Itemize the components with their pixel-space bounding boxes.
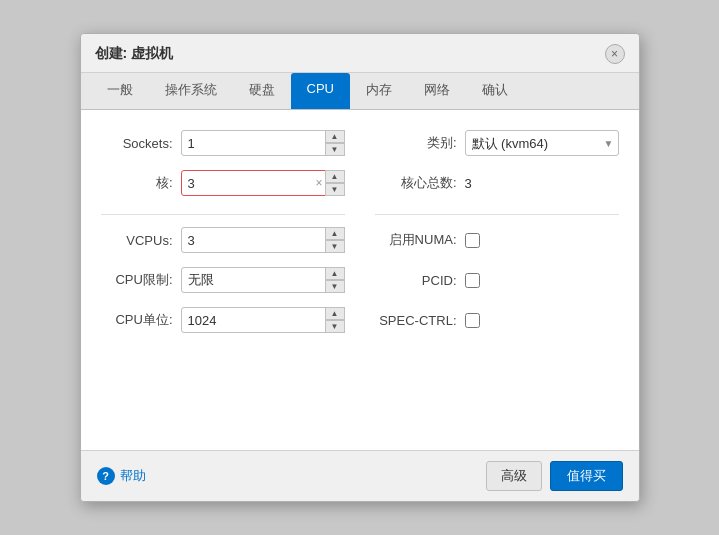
spec-ctrl-row: SPEC-CTRL: xyxy=(375,305,619,335)
vcpus-down[interactable]: ▼ xyxy=(325,240,345,253)
vcpus-row: VCPUs: 3 ▲ ▼ xyxy=(101,225,345,255)
cpu-unit-down[interactable]: ▼ xyxy=(325,320,345,333)
confirm-button[interactable]: 值得买 xyxy=(550,461,623,491)
vcpus-up[interactable]: ▲ xyxy=(325,227,345,240)
form-divider xyxy=(101,214,345,215)
help-label: 帮助 xyxy=(120,467,146,485)
cores-clear[interactable]: × xyxy=(315,176,322,190)
total-cores-row: 核心总数: 3 xyxy=(375,168,619,198)
cores-down[interactable]: ▼ xyxy=(325,183,345,196)
cpu-limit-spinner: ▲ ▼ xyxy=(325,267,345,293)
footer-right: 高级 值得买 xyxy=(486,461,623,491)
cpu-limit-input[interactable]: 无限 xyxy=(181,267,345,293)
dialog-body: Sockets: 1 ▲ ▼ 核: 3 × xyxy=(81,110,639,450)
pcid-checkbox[interactable] xyxy=(465,273,480,288)
numa-checkbox[interactable] xyxy=(465,233,480,248)
cpu-limit-up[interactable]: ▲ xyxy=(325,267,345,280)
advanced-button[interactable]: 高级 xyxy=(486,461,542,491)
sockets-label: Sockets: xyxy=(101,136,181,151)
cpu-limit-row: CPU限制: 无限 ▲ ▼ xyxy=(101,265,345,295)
cores-up[interactable]: ▲ xyxy=(325,170,345,183)
tab-disk[interactable]: 硬盘 xyxy=(233,73,291,109)
cpu-unit-control: 1024 ▲ ▼ xyxy=(181,307,345,333)
right-column: 类别: 默认 (kvm64) ▼ 核心总数: 3 xyxy=(375,128,619,345)
vcpus-control: 3 ▲ ▼ xyxy=(181,227,345,253)
category-row: 类别: 默认 (kvm64) ▼ xyxy=(375,128,619,158)
help-icon: ? xyxy=(97,467,115,485)
numa-row: 启用NUMA: xyxy=(375,225,619,255)
category-label: 类别: xyxy=(375,134,465,152)
cpu-unit-row: CPU单位: 1024 ▲ ▼ xyxy=(101,305,345,335)
tab-cpu[interactable]: CPU xyxy=(291,73,350,109)
dialog-footer: ? 帮助 高级 值得买 xyxy=(81,450,639,501)
pcid-row: PCID: xyxy=(375,265,619,295)
tab-network[interactable]: 网络 xyxy=(408,73,466,109)
cores-row: 核: 3 × ▲ ▼ xyxy=(101,168,345,198)
total-cores-label: 核心总数: xyxy=(375,174,465,192)
cores-spinner: ▲ ▼ xyxy=(325,170,345,196)
tab-bar: 一般 操作系统 硬盘 CPU 内存 网络 确认 xyxy=(81,73,639,110)
spec-ctrl-label: SPEC-CTRL: xyxy=(375,313,465,328)
dialog-title: 创建: 虚拟机 xyxy=(95,45,174,63)
vcpus-spinner: ▲ ▼ xyxy=(325,227,345,253)
sockets-spinner: ▲ ▼ xyxy=(325,130,345,156)
total-cores-value: 3 xyxy=(465,176,472,191)
cpu-limit-control: 无限 ▲ ▼ xyxy=(181,267,345,293)
pcid-label: PCID: xyxy=(375,273,465,288)
cpu-limit-label: CPU限制: xyxy=(101,271,181,289)
cpu-unit-label: CPU单位: xyxy=(101,311,181,329)
sockets-input[interactable]: 1 xyxy=(181,130,345,156)
cpu-unit-input[interactable]: 1024 xyxy=(181,307,345,333)
spec-ctrl-checkbox[interactable] xyxy=(465,313,480,328)
tab-memory[interactable]: 内存 xyxy=(350,73,408,109)
sockets-down[interactable]: ▼ xyxy=(325,143,345,156)
create-vm-dialog: 创建: 虚拟机 × 一般 操作系统 硬盘 CPU 内存 网络 确认 Socket… xyxy=(80,33,640,502)
tab-general[interactable]: 一般 xyxy=(91,73,149,109)
sockets-control: 1 ▲ ▼ xyxy=(181,130,345,156)
cpu-unit-up[interactable]: ▲ xyxy=(325,307,345,320)
cores-label: 核: xyxy=(101,174,181,192)
left-column: Sockets: 1 ▲ ▼ 核: 3 × xyxy=(101,128,345,345)
tab-confirm[interactable]: 确认 xyxy=(466,73,524,109)
vcpus-label: VCPUs: xyxy=(101,233,181,248)
cores-control: 3 × ▲ ▼ xyxy=(181,170,345,196)
right-divider xyxy=(375,214,619,215)
category-control: 默认 (kvm64) ▼ xyxy=(465,130,619,156)
vcpus-input[interactable]: 3 xyxy=(181,227,345,253)
close-button[interactable]: × xyxy=(605,44,625,64)
sockets-up[interactable]: ▲ xyxy=(325,130,345,143)
cpu-unit-spinner: ▲ ▼ xyxy=(325,307,345,333)
dialog-header: 创建: 虚拟机 × xyxy=(81,34,639,73)
tab-os[interactable]: 操作系统 xyxy=(149,73,233,109)
numa-label: 启用NUMA: xyxy=(375,231,465,249)
sockets-row: Sockets: 1 ▲ ▼ xyxy=(101,128,345,158)
help-button[interactable]: ? 帮助 xyxy=(97,467,146,485)
form-grid: Sockets: 1 ▲ ▼ 核: 3 × xyxy=(101,128,619,345)
cpu-limit-down[interactable]: ▼ xyxy=(325,280,345,293)
category-select[interactable]: 默认 (kvm64) xyxy=(465,130,619,156)
